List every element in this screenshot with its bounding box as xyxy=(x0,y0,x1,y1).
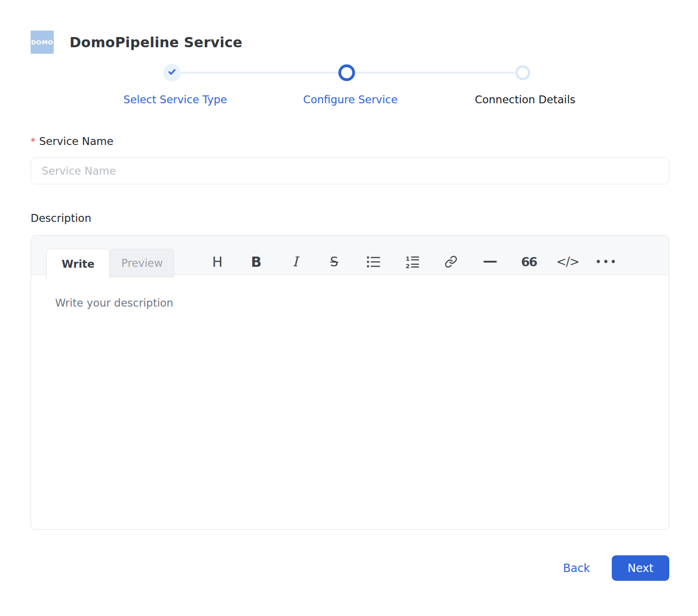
step-3-upcoming-indicator[interactable] xyxy=(515,65,530,80)
ordered-list-icon: 1 2 xyxy=(405,255,419,269)
tab-preview[interactable]: Preview xyxy=(110,249,174,277)
next-button[interactable]: Next xyxy=(612,555,669,581)
strikethrough-icon: S xyxy=(330,254,338,270)
editor-body xyxy=(31,276,669,529)
italic-icon: I xyxy=(292,254,298,270)
service-name-label-text: Service Name xyxy=(39,135,114,147)
app-header: DOMO DomoPipeline Service xyxy=(31,31,669,54)
more-options-button[interactable]: ••• xyxy=(587,248,626,275)
step-label-select-service-type[interactable]: Select Service Type xyxy=(123,94,227,106)
page-title: DomoPipeline Service xyxy=(70,34,242,50)
tab-write[interactable]: Write xyxy=(46,249,110,278)
bold-button[interactable]: B xyxy=(237,248,276,275)
formatting-toolbar: H B I S xyxy=(198,248,626,275)
code-button[interactable]: </> xyxy=(548,248,587,275)
wizard-actions: Back Next xyxy=(31,555,669,581)
description-textarea[interactable] xyxy=(31,276,669,529)
italic-button[interactable]: I xyxy=(276,248,315,275)
link-button[interactable] xyxy=(431,248,470,275)
step-label-configure-service[interactable]: Configure Service xyxy=(303,94,398,106)
tab-write-label: Write xyxy=(62,258,95,270)
strikethrough-button[interactable]: S xyxy=(315,248,354,275)
quote-button[interactable]: 66 xyxy=(509,248,548,275)
wizard-panel: DOMO DomoPipeline Service Select Service… xyxy=(31,0,669,581)
ordered-list-button[interactable]: 1 2 xyxy=(393,248,431,275)
domo-logo-text: DOMO xyxy=(31,39,53,46)
svg-text:1: 1 xyxy=(406,255,410,262)
back-button[interactable]: Back xyxy=(563,562,590,575)
bold-icon: B xyxy=(251,254,262,270)
description-markdown-editor: Write Preview H B I S xyxy=(31,235,669,530)
code-icon: </> xyxy=(556,255,579,269)
check-icon xyxy=(167,67,177,79)
description-label: Description xyxy=(31,212,669,224)
link-icon xyxy=(444,255,457,268)
service-name-label: *Service Name xyxy=(31,135,669,147)
tab-preview-label: Preview xyxy=(121,257,163,269)
required-asterisk: * xyxy=(31,136,36,147)
stepper-connector-2 xyxy=(355,72,515,74)
heading-icon: H xyxy=(212,254,223,270)
step-2-active-indicator[interactable] xyxy=(338,64,355,81)
ellipsis-icon: ••• xyxy=(596,257,618,267)
unordered-list-button[interactable] xyxy=(354,248,393,275)
unordered-list-icon xyxy=(366,255,381,269)
step-1-completed-indicator[interactable] xyxy=(163,64,181,82)
heading-button[interactable]: H xyxy=(198,248,237,275)
stepper-connector-1 xyxy=(181,72,339,74)
domo-logo: DOMO xyxy=(31,31,54,54)
step-label-connection-details[interactable]: Connection Details xyxy=(475,94,575,106)
horizontal-rule-icon xyxy=(483,261,497,263)
svg-text:2: 2 xyxy=(406,262,410,269)
quote-icon: 66 xyxy=(521,255,537,269)
wizard-stepper: Select Service Type Configure Service Co… xyxy=(31,64,669,124)
service-name-input[interactable] xyxy=(31,157,669,184)
horizontal-rule-button[interactable] xyxy=(470,248,509,275)
